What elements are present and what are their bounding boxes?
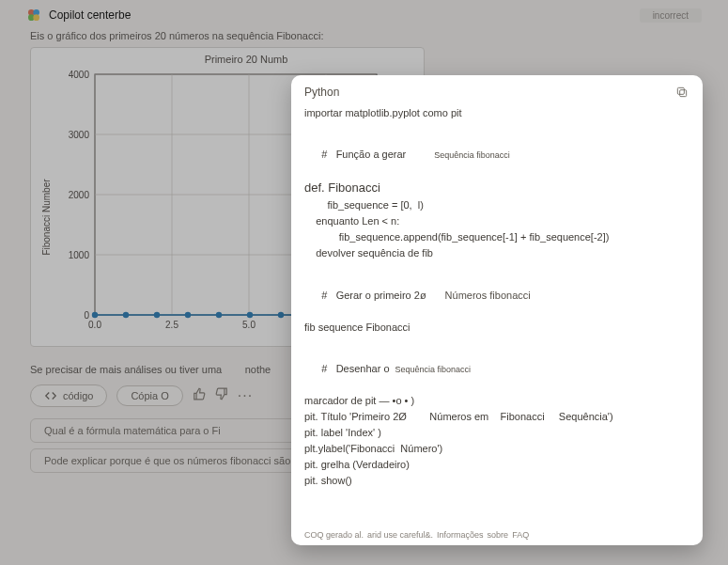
y-axis-label: Fibonacci Number: [41, 179, 52, 256]
code-line: pit. label 'Index' ): [304, 425, 689, 441]
y-tick: 4000: [69, 70, 90, 80]
copy-icon: [675, 86, 689, 99]
svg-point-17: [185, 312, 191, 318]
svg-point-15: [123, 312, 129, 318]
svg-point-18: [216, 312, 222, 318]
svg-rect-25: [677, 87, 684, 94]
copilot-logo-icon: [26, 8, 41, 23]
more-actions-button[interactable]: ···: [238, 387, 253, 404]
svg-rect-24: [680, 90, 687, 97]
status-badge: incorrect: [640, 8, 702, 23]
view-code-label: código: [63, 390, 93, 401]
copy-button[interactable]: Cópia O: [116, 385, 182, 406]
code-line: importar matplotlib.pyplot como pit: [304, 105, 689, 121]
code-line: # Desenhar oSequência fibonacci: [304, 345, 689, 393]
x-tick: 2.5: [165, 320, 178, 330]
code-line: # Função a gerarSequência fibonacci: [304, 131, 689, 179]
code-line: fib sequence Fibonacci: [304, 320, 689, 336]
thumbs-up-button[interactable]: [193, 387, 206, 404]
thumbs-down-icon: [215, 387, 228, 400]
follow-up-trail: nothe: [245, 364, 271, 375]
footer-link[interactable]: Informações: [437, 530, 484, 540]
code-line: pit. show(): [304, 473, 689, 489]
y-tick: 3000: [69, 130, 90, 140]
y-tick: 1000: [69, 250, 90, 260]
code-line: def. Fibonacci: [304, 179, 689, 197]
assistant-name: Copilot centerbe: [49, 8, 131, 22]
suggestion-text: Qual é a fórmula matemática para o Fi: [44, 425, 221, 436]
thumbs-up-icon: [193, 387, 206, 400]
svg-point-14: [92, 312, 98, 318]
code-line: pit. Título 'Primeiro 2Ø Números em Fibo…: [304, 409, 689, 425]
thumbs-down-button[interactable]: [215, 387, 228, 404]
code-line: fib_sequence = [0, l): [304, 197, 689, 213]
code-body: importar matplotlib.pyplot como pit # Fu…: [304, 105, 689, 489]
svg-point-19: [247, 312, 253, 318]
code-icon: [44, 389, 57, 402]
code-line: pit. grelha (Verdadeiro): [304, 457, 689, 473]
footer-link[interactable]: FAQ: [512, 530, 529, 540]
follow-up-main: Se precisar de mais análises ou tiver um…: [30, 364, 222, 375]
code-line: fib_sequence.append(fib_sequence[-1] + f…: [304, 229, 689, 245]
assistant-header: Copilot centerbe incorrect: [17, 0, 711, 26]
code-popover: Python importar matplotlib.pyplot como p…: [291, 75, 703, 545]
code-language-label: Python: [304, 86, 339, 99]
code-line: devolver sequência de fib: [304, 245, 689, 261]
copy-code-button[interactable]: [674, 85, 689, 100]
x-tick: 5.0: [242, 320, 256, 330]
footer-text: COQ gerado al.: [304, 530, 364, 540]
footer-text: arid use careful&.: [367, 530, 433, 540]
y-tick: 2000: [69, 190, 90, 200]
svg-point-3: [33, 14, 39, 21]
code-line: plt.ylabel('Fibonacci Número'): [304, 441, 689, 457]
message-intro-text: Eis o gráfico dos primeiros 20 números n…: [30, 30, 698, 41]
view-code-button[interactable]: código: [30, 385, 107, 407]
code-line: enquanto Len < n:: [304, 213, 689, 229]
code-line: marcador de pit — •o • ): [304, 393, 689, 409]
chart-title: Primeiro 20 Numb: [40, 54, 414, 65]
x-tick: 0.0: [88, 320, 101, 330]
svg-point-16: [154, 312, 160, 318]
code-line: # Gerar o primeiro 2øNúmeros fibonacci: [304, 272, 689, 320]
svg-point-20: [278, 312, 284, 318]
code-popover-footer: COQ gerado al. arid use careful&. Inform…: [304, 530, 689, 540]
footer-text: sobre: [488, 530, 509, 540]
code-popover-header: Python: [304, 85, 689, 105]
